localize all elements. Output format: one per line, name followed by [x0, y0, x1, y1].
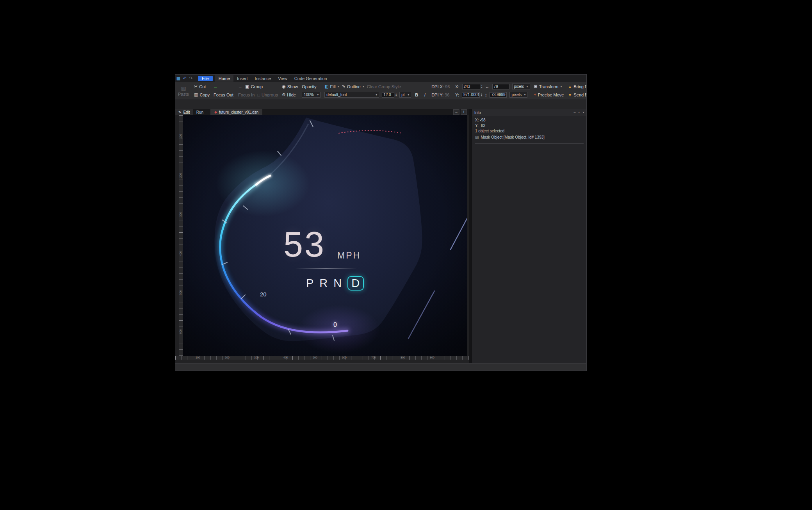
tab-home[interactable]: Home [215, 75, 233, 82]
width-icon: ↔ [485, 84, 490, 89]
zoom-out-button[interactable]: – [453, 109, 459, 115]
speed-unit-label[interactable]: MPH [337, 250, 361, 261]
redo-icon[interactable]: ↷ [188, 76, 194, 81]
focus-out-label-button[interactable]: Focus Out [214, 93, 235, 97]
file-menu-button[interactable]: File [198, 76, 213, 81]
tab-view[interactable]: View [274, 75, 291, 82]
edit-label: Edit [183, 110, 190, 114]
y-input[interactable]: 971.0001 [462, 92, 480, 98]
opacity-select[interactable]: 100% ▾ [302, 92, 321, 98]
doc-area-footer [175, 360, 469, 363]
v-ruler-number: 400 [179, 251, 182, 256]
focus-out-button[interactable]: ← [214, 84, 235, 89]
fill-button[interactable]: ◧ Fill ▾ [324, 84, 339, 89]
horizontal-ruler: 100 200 300 400 500 600 700 800 900 [175, 356, 469, 360]
chevron-down-icon: ▾ [524, 93, 525, 96]
precise-move-label: Precise Move [538, 93, 564, 97]
focus-out-label: Focus Out [214, 93, 233, 97]
focus-in-label: Focus In [238, 93, 255, 97]
gear-d-active: D [347, 276, 364, 291]
transform-label: Transform [539, 84, 559, 89]
transform-icon: ⊞ [534, 84, 538, 89]
cursor-x-readout: X: -98 [475, 118, 584, 123]
document-tab-bar: ✎ Edit Run ◆ future_cluster_v01.dsn – + [175, 109, 469, 115]
undo-icon[interactable]: ↶ [182, 76, 188, 81]
v-ruler-number: 200 [179, 173, 182, 178]
show-label: Show [287, 84, 298, 89]
italic-button[interactable]: I [422, 93, 427, 97]
save-icon[interactable]: ▦ [175, 76, 182, 81]
cut-button[interactable]: ✂ Cut [194, 84, 206, 89]
paste-button[interactable]: ▧ Paste [177, 83, 190, 98]
unit-select-1[interactable]: pixels ▾ [512, 84, 530, 89]
paste-icon: ▧ [181, 85, 186, 91]
gauge-label-0: 0 [333, 321, 337, 328]
font-size-spinner[interactable]: ▴ ▾ [395, 93, 397, 97]
bold-button[interactable]: B [414, 93, 419, 97]
copy-label: Copy [199, 93, 210, 97]
group-label: Group [251, 84, 263, 89]
design-canvas[interactable]: 53 MPH P R N D 20 0 [183, 115, 467, 356]
height-input[interactable]: 73.9999 [490, 92, 507, 98]
speed-value[interactable]: 53 [283, 227, 326, 262]
fill-label: Fill [330, 84, 336, 89]
h-ruler-number: 300 [254, 356, 259, 359]
selected-object-row[interactable]: ▨ Mask Object [Mask Object, id# 1393] [475, 135, 584, 140]
file-document-tab[interactable]: ◆ future_cluster_v01.dsn [210, 109, 262, 115]
height-icon: ↕ [485, 93, 487, 97]
precise-move-button[interactable]: ⌖ Precise Move [534, 92, 564, 97]
h-ruler-number: 500 [313, 356, 317, 359]
mode-tab-edit[interactable]: ✎ Edit [175, 109, 193, 115]
gear-p: P [306, 277, 314, 290]
h-ruler-number: 900 [430, 356, 434, 359]
zoom-in-button[interactable]: + [461, 109, 467, 115]
panel-close-icon[interactable]: × [582, 111, 584, 114]
dpi-x-label: DPI X: 96 [431, 84, 452, 89]
tab-code-generation[interactable]: Code Generation [291, 75, 331, 82]
mode-tab-run[interactable]: Run [193, 109, 207, 115]
font-unit-select[interactable]: pt ▾ [399, 92, 411, 98]
y-spinner[interactable]: ▴ ▾ [481, 93, 482, 97]
unit-1-value: pixels [514, 84, 524, 89]
font-size-input[interactable]: 12.0 [382, 92, 394, 98]
panel-float-icon[interactable]: ▫ [579, 111, 580, 114]
x-input[interactable]: 243 [462, 84, 480, 89]
font-select[interactable]: default_font ▾ [324, 92, 379, 98]
cursor-y-readout: Y: -82 [475, 123, 584, 128]
spin-down-icon: ▾ [395, 95, 397, 97]
panel-minimize-icon[interactable]: – [574, 111, 576, 114]
x-spinner[interactable]: ▴ ▾ [481, 85, 483, 89]
spin-down-icon: ▾ [481, 87, 483, 89]
title-tab-row: ▦ ↶ ↷ File Home Insert Instance View Cod… [175, 75, 586, 82]
bring-forward-icon: ▲ [568, 84, 572, 89]
width-input[interactable]: 79 [492, 84, 509, 89]
focus-in-icon-button[interactable]: → [238, 84, 242, 89]
outline-button[interactable]: ✎ Outline ▾ [342, 84, 364, 89]
show-button[interactable]: ◉ Show [282, 84, 299, 89]
clear-group-style-button[interactable]: Clear Group Style [367, 84, 401, 89]
group-button[interactable]: ▣ Group [245, 84, 263, 89]
chevron-down-icon: ▾ [376, 93, 377, 96]
bring-forward-button[interactable]: ▲ Bring Forward ▾ [568, 84, 586, 89]
tab-instance[interactable]: Instance [251, 75, 275, 82]
ungroup-button[interactable]: □ Ungroup [257, 93, 278, 97]
show-icon: ◉ [282, 84, 286, 89]
width-value: 79 [494, 84, 498, 89]
copy-button[interactable]: ▥ Copy [194, 92, 210, 97]
status-bar [175, 363, 586, 371]
gear-indicator[interactable]: P R N D [306, 276, 364, 291]
h-ruler-number: 100 [196, 356, 200, 359]
ungroup-icon: □ [257, 93, 260, 97]
hide-button[interactable]: ⊘ Hide [282, 92, 299, 97]
transform-button[interactable]: ⊞ Transform ▾ [534, 84, 562, 89]
file-tab-label: future_cluster_v01.dsn [219, 110, 258, 114]
focus-in-icon: → [238, 84, 242, 89]
bring-forward-label: Bring Forward [573, 84, 586, 89]
send-backward-button[interactable]: ▼ Send Backward ▾ [568, 93, 586, 97]
gear-n: N [333, 277, 342, 290]
info-panel-titlebar[interactable]: Info – ▫ × [472, 109, 587, 116]
focus-in-button[interactable]: Focus In [238, 93, 255, 97]
unit-select-2[interactable]: pixels ▾ [509, 92, 527, 98]
tab-insert[interactable]: Insert [233, 75, 251, 82]
gauge-label-20: 20 [260, 291, 267, 298]
